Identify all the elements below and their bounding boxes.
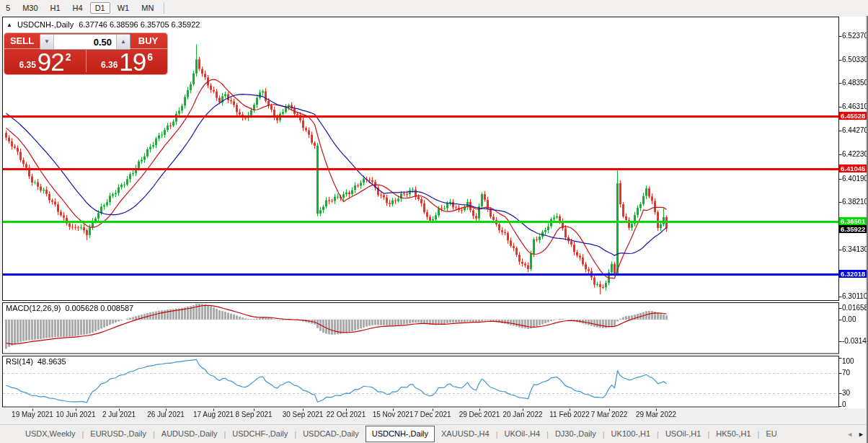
timeframe-button-w1[interactable]: W1 <box>112 2 135 14</box>
timeframe-toolbar: 5M30H1H4D1W1MN <box>0 0 868 16</box>
tab-uk100-h1[interactable]: UK100-,H1 <box>605 426 657 442</box>
chevron-up-icon: ▲ <box>120 38 126 45</box>
timeframe-button-5[interactable]: 5 <box>1 2 15 14</box>
price-level-label[interactable]: 6.36501 <box>839 217 868 225</box>
tab-scroll-right-icon[interactable]: ► <box>858 431 864 438</box>
tab-usdchf-daily[interactable]: USDCHF-,Daily <box>226 426 294 442</box>
sell-price-sup: 2 <box>66 51 71 63</box>
buy-price[interactable]: 6.36 19 6 <box>87 48 167 74</box>
rsi-axis-label: 0 <box>842 400 846 408</box>
tab-usdcad-daily[interactable]: USDCAD-,Daily <box>296 426 366 442</box>
y-axis-tick-label: 6.42230 <box>842 150 868 158</box>
timeframe-button-h1[interactable]: H1 <box>45 2 66 14</box>
collapse-indicator-icon[interactable]: ▲ <box>6 22 12 28</box>
tab-usoil-h1[interactable]: USOil-,H1 <box>659 426 708 442</box>
y-axis-tick-label: 6.44270 <box>842 126 868 134</box>
price-level-label[interactable]: 6.45528 <box>839 112 868 120</box>
timeframe-button-m30[interactable]: M30 <box>17 2 43 14</box>
macd-values: 0.005628 0.008587 <box>65 304 133 312</box>
date-label: 26 Jul 2021 <box>138 411 193 418</box>
y-axis-tick-label: 6.48350 <box>842 79 868 87</box>
tab-usdcnh-daily[interactable]: USDCNH-,Daily <box>366 426 435 442</box>
sell-button[interactable]: SELL <box>4 33 40 48</box>
buy-price-small: 6.36 <box>101 60 118 70</box>
rsi-axis-label: 100 <box>842 357 854 365</box>
y-axis-tick-label: 6.38210 <box>842 198 868 206</box>
buy-price-big: 19 <box>119 50 146 74</box>
timeframe-button-mn[interactable]: MN <box>136 2 159 14</box>
tab-ukoil-h4[interactable]: UKOil-,H4 <box>498 426 547 442</box>
tab-dj30-daily[interactable]: DJ30-,Daily <box>549 426 603 442</box>
date-label: 8 Sep 2021 <box>226 411 281 418</box>
rsi-axis-label: 70 <box>842 369 850 377</box>
volume-increase-button[interactable]: ▲ <box>116 35 130 49</box>
tab-eu[interactable]: EU <box>759 426 783 442</box>
tab-scroll-left-icon[interactable]: ◄ <box>846 431 853 438</box>
chart-symbol-label: USDCNH-,Daily <box>17 20 74 29</box>
macd-axis-label: 0.00 <box>842 315 856 323</box>
y-axis-tick-label: 6.50330 <box>842 56 868 63</box>
sell-price-big: 92 <box>37 50 64 74</box>
rsi-name: RSI(14) <box>6 357 33 366</box>
tab-eurusd-daily[interactable]: EURUSD-,Daily <box>84 426 153 442</box>
chart-title: ▲ USDCNH-,Daily 6.37746 6.38596 6.35705 … <box>6 20 200 29</box>
y-axis-tick-label: 6.52370 <box>842 32 868 40</box>
y-axis-tick-label: 6.34130 <box>842 245 868 253</box>
macd-axis-label: 0.016586 <box>842 304 868 312</box>
tab-xauusd-h4[interactable]: XAUUSD-,H4 <box>435 426 496 442</box>
y-axis-tick-label: 6.40190 <box>842 175 868 183</box>
rsi-value: 48.9635 <box>37 357 66 366</box>
volume-decrease-button[interactable]: ▼ <box>40 35 54 49</box>
chart-ohlc-values: 6.37746 6.38596 6.35705 6.35922 <box>79 20 200 29</box>
tab-usdx-weekly[interactable]: USDX,Weekly <box>19 426 81 442</box>
price-level-label[interactable]: 6.32018 <box>839 270 868 278</box>
buy-price-sup: 6 <box>147 51 153 63</box>
sell-price-small: 6.35 <box>19 60 35 70</box>
one-click-trading-panel: SELL ▼ ▲ BUY 6.35 92 2 6.36 19 6 <box>4 33 167 74</box>
timeframe-button-d1[interactable]: D1 <box>90 2 110 14</box>
symbol-tab-bar: USDX,Weekly|EURUSD-,Daily|AUDUSD-,Daily|… <box>0 424 868 443</box>
tab-hk50-h1[interactable]: HK50-,H1 <box>709 426 757 442</box>
macd-name: MACD(12,26,9) <box>6 304 61 312</box>
trading-terminal-window: 5M30H1H4D1W1MN ▲ USDCNH-,Daily 6.37746 6… <box>0 0 868 443</box>
current-price-label: 6.35922 <box>839 225 868 233</box>
date-label: 29 Mar 2022 <box>629 411 683 418</box>
timeframe-button-h4[interactable]: H4 <box>68 2 88 14</box>
macd-axis-label: -0.031422 <box>842 337 868 345</box>
tab-scroll-arrows: ◄► <box>846 431 868 438</box>
macd-indicator-label: MACD(12,26,9) 0.005628 0.008587 <box>6 304 133 312</box>
tab-audusd-daily[interactable]: AUDUSD-,Daily <box>155 426 224 442</box>
buy-button[interactable]: BUY <box>129 33 167 48</box>
toolbar-separator <box>164 2 164 14</box>
y-axis-tick-label: 6.46310 <box>842 102 868 110</box>
price-level-label[interactable]: 6.41045 <box>839 165 868 172</box>
y-axis-tick-label: 6.30110 <box>842 292 867 300</box>
rsi-axis-label: 30 <box>842 389 850 397</box>
rsi-indicator-label: RSI(14) 48.9635 <box>6 357 66 366</box>
volume-input[interactable] <box>54 35 116 49</box>
sell-price[interactable]: 6.35 92 2 <box>4 48 86 74</box>
chevron-down-icon: ▼ <box>44 38 50 45</box>
